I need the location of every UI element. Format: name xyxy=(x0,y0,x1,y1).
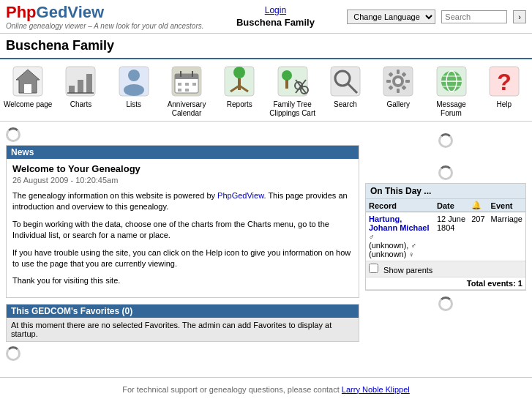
nav-lists[interactable]: Lists xyxy=(109,64,159,109)
logo-php: Php xyxy=(6,3,37,21)
spinner-left-bottom xyxy=(6,346,359,361)
news-para-1: The genealogy information on this websit… xyxy=(12,190,353,213)
spinner-right-3 xyxy=(365,297,526,311)
svg-rect-18 xyxy=(192,83,196,86)
left-panel: News Welcome to Your Genealogy 26 August… xyxy=(6,127,359,364)
nav-help-label: Help xyxy=(497,100,512,109)
nav-search[interactable]: Search xyxy=(321,64,370,109)
pgv-link[interactable]: PhpGedView xyxy=(217,191,263,200)
svg-rect-4 xyxy=(69,86,75,93)
on-this-day-header: On This Day ... xyxy=(366,184,525,199)
svg-rect-13 xyxy=(175,74,198,79)
news-date: 26 August 2009 - 10:20:45am xyxy=(12,176,353,184)
event-date: 12 June 1804 xyxy=(434,212,468,261)
news-para-3: If you have trouble using the site, you … xyxy=(12,247,353,270)
news-body: The genealogy information on this websit… xyxy=(12,190,353,287)
top-right: Change Language › xyxy=(347,10,526,24)
svg-rect-17 xyxy=(185,83,189,86)
loading-spinner-5 xyxy=(438,297,453,311)
favorites-header: This GEDCOM's Favorites (0) xyxy=(7,305,359,318)
svg-rect-6 xyxy=(86,74,92,93)
parent-unknown-2: (unknown) xyxy=(369,250,406,258)
nav-welcome-label: Welcome page xyxy=(4,100,53,109)
favorites-content: At this moment there are no selected Fav… xyxy=(7,318,359,341)
forum-icon xyxy=(434,64,469,99)
svg-text:?: ? xyxy=(497,69,512,95)
total-row: Total events: 1 xyxy=(366,277,525,290)
parent-unknown-1: (unknown), xyxy=(369,241,408,250)
nav-clippings[interactable]: Family Tree Clippings Cart xyxy=(267,64,317,118)
nav-anniversary-label: Anniversary Calendar xyxy=(162,100,211,118)
svg-point-27 xyxy=(282,70,292,81)
nav-help[interactable]: ? Help xyxy=(479,64,529,109)
news-content: Welcome to Your Genealogy 26 August 2009… xyxy=(7,159,359,297)
table-row: Hartung, Johann Michael (unknown), (unkn… xyxy=(366,212,525,261)
nav-search-label: Search xyxy=(334,100,357,109)
news-title: Welcome to Your Genealogy xyxy=(12,163,353,174)
show-parents-row: Show parents xyxy=(366,261,525,277)
loading-spinner xyxy=(6,127,20,142)
anniversary-icon xyxy=(169,64,204,99)
footer: For technical support or genealogy quest… xyxy=(0,377,532,399)
right-panel: On This Day ... Record Date 🔔 Event Hart… xyxy=(365,127,526,364)
main-content: News Welcome to Your Genealogy 26 August… xyxy=(0,122,532,370)
svg-point-9 xyxy=(128,70,140,81)
person-record: Hartung, Johann Michael (unknown), (unkn… xyxy=(366,212,434,261)
col-bell: 🔔 xyxy=(468,199,487,212)
logo-view: View xyxy=(67,3,104,21)
svg-rect-5 xyxy=(78,80,83,93)
svg-rect-26 xyxy=(278,67,307,96)
logo-area: PhpGedView Online genealogy viewer – A n… xyxy=(6,3,204,30)
svg-point-22 xyxy=(233,67,245,78)
reports-icon xyxy=(222,64,257,99)
favorites-box: This GEDCOM's Favorites (0) At this mome… xyxy=(6,304,359,342)
person-name[interactable]: Hartung, Johann Michael xyxy=(369,215,430,232)
loading-spinner-3 xyxy=(438,133,453,148)
welcome-icon xyxy=(10,64,45,99)
nav-reports[interactable]: Reports xyxy=(214,64,264,109)
login-link[interactable]: Login xyxy=(265,5,286,15)
charts-icon xyxy=(63,64,98,99)
svg-rect-20 xyxy=(185,89,189,92)
on-this-day-table: Record Date 🔔 Event Hartung, Johann Mich… xyxy=(366,199,525,290)
lists-icon xyxy=(116,64,151,99)
nav-forum[interactable]: Message Forum xyxy=(426,64,476,118)
col-event: Event xyxy=(488,199,525,212)
show-parents-cell: Show parents xyxy=(366,261,525,277)
nav-forum-label: Message Forum xyxy=(426,100,476,118)
language-select[interactable]: Change Language xyxy=(347,10,435,24)
event-age: 207 xyxy=(468,212,487,261)
nav-gallery[interactable]: Gallery xyxy=(373,64,423,109)
news-para-2: To begin working with the data, choose o… xyxy=(12,219,353,242)
spinner-right-2 xyxy=(365,165,526,180)
loading-spinner-4 xyxy=(438,165,453,180)
svg-point-38 xyxy=(395,78,401,84)
svg-rect-39 xyxy=(397,70,400,74)
search-icon xyxy=(328,64,363,99)
show-parents-checkbox[interactable] xyxy=(369,264,378,273)
search-button[interactable]: › xyxy=(513,10,526,23)
search-input[interactable] xyxy=(441,10,507,23)
loading-spinner-2 xyxy=(6,346,20,361)
svg-rect-2 xyxy=(24,84,31,93)
nav-gallery-label: Gallery xyxy=(386,100,410,109)
parent1-gender-icon xyxy=(411,241,416,250)
spinner-right-1 xyxy=(365,133,526,148)
nav-anniversary[interactable]: Anniversary Calendar xyxy=(162,64,211,118)
gallery-icon xyxy=(381,64,416,99)
svg-point-10 xyxy=(124,84,144,96)
on-this-day: On This Day ... Record Date 🔔 Event Hart… xyxy=(365,183,526,291)
nav-welcome[interactable]: Welcome page xyxy=(3,64,53,109)
footer-text: For technical support or genealogy quest… xyxy=(122,385,340,394)
svg-rect-42 xyxy=(405,80,410,83)
top-bar: PhpGedView Online genealogy viewer – A n… xyxy=(0,0,532,34)
nav-bar: Welcome page Charts Lists xyxy=(0,59,532,122)
news-box: News Welcome to Your Genealogy 26 August… xyxy=(6,145,359,298)
footer-contact-link[interactable]: Larry Noble Klippel xyxy=(342,385,410,394)
nav-lists-label: Lists xyxy=(126,100,141,109)
show-parents-label[interactable]: Show parents xyxy=(369,266,432,275)
nav-charts[interactable]: Charts xyxy=(56,64,105,109)
nav-charts-label: Charts xyxy=(70,100,91,109)
right-spinners xyxy=(365,127,526,183)
col-date: Date xyxy=(434,199,468,212)
